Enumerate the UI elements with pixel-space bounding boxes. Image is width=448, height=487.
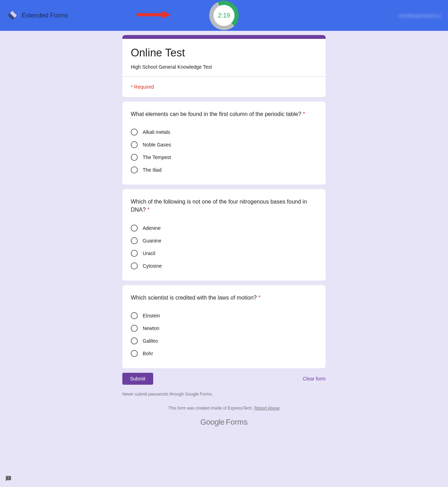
google-forms-logo: GoogleForms (122, 418, 326, 427)
countdown-timer: 2:19 (211, 3, 237, 28)
option-label: Einstein (143, 313, 160, 318)
question-text: What elements can be found in the first … (131, 110, 317, 118)
user-email: user@expresstech.io (398, 13, 441, 18)
report-abuse-link[interactable]: Report Abuse (254, 406, 280, 411)
radio-option[interactable]: Galileo (131, 335, 317, 347)
question-card: What elements can be found in the first … (122, 102, 326, 185)
brand-name: Extended Forms (22, 12, 68, 19)
brand-logo-icon (7, 10, 18, 21)
question-card: Which scientist is credited with the law… (122, 285, 326, 368)
topbar: Extended Forms 2:19 user@expresstech.io (0, 0, 448, 31)
option-label: The Iliad (143, 167, 162, 173)
radio-icon (131, 350, 138, 357)
required-star-icon: * (147, 207, 149, 213)
google-wordmark: Google (201, 418, 225, 426)
form-header-card: Online Test High School General Knowledg… (122, 35, 326, 97)
question-text: Which of the following is not one of the… (131, 198, 317, 214)
radio-icon (131, 166, 138, 173)
brand: Extended Forms (7, 10, 68, 21)
radio-icon (131, 237, 138, 244)
radio-option[interactable]: Uracil (131, 247, 317, 260)
radio-icon (131, 250, 138, 257)
radio-option[interactable]: Guanine (131, 234, 317, 247)
radio-icon (131, 337, 138, 344)
required-label: * Required (131, 84, 154, 90)
radio-option[interactable]: Adenine (131, 222, 317, 234)
radio-option[interactable]: Einstein (131, 309, 317, 322)
radio-option[interactable]: Newton (131, 322, 317, 335)
timer-text: 2:19 (218, 12, 230, 19)
radio-icon (131, 129, 138, 136)
radio-icon (131, 154, 138, 161)
password-warning: Never submit passwords through Google Fo… (122, 392, 326, 397)
option-label: The Tempest (143, 155, 171, 160)
radio-icon (131, 225, 138, 232)
clear-form-link[interactable]: Clear form (303, 376, 326, 382)
radio-icon (131, 262, 138, 269)
option-label: Noble Gases (143, 142, 171, 148)
radio-option[interactable]: Alkali metals (131, 126, 317, 138)
option-label: Adenine (143, 225, 161, 231)
annotation-arrow-icon (136, 11, 171, 20)
feedback-icon[interactable] (5, 475, 12, 482)
question-card: Which of the following is not one of the… (122, 189, 326, 280)
radio-option[interactable]: The Tempest (131, 151, 317, 164)
option-label: Galileo (143, 338, 158, 344)
option-label: Newton (143, 325, 159, 331)
attribution-text: This form was created inside of ExpressT… (168, 406, 254, 411)
option-label: Alkali metals (143, 129, 170, 135)
radio-option[interactable]: Cytosine (131, 260, 317, 272)
form-actions: Submit Clear form (122, 373, 326, 385)
submit-button[interactable]: Submit (122, 373, 153, 385)
attribution: This form was created inside of ExpressT… (122, 406, 326, 411)
radio-option[interactable]: The Iliad (131, 164, 317, 176)
form-title: Online Test (131, 47, 317, 59)
radio-option[interactable]: Bohr (131, 347, 317, 360)
required-star-icon: * (258, 295, 260, 301)
question-text: Which scientist is credited with the law… (131, 294, 317, 302)
form-description: High School General Knowledge Test (131, 64, 317, 76)
option-label: Guanine (143, 238, 161, 244)
radio-icon (131, 141, 138, 148)
radio-icon (131, 325, 138, 332)
radio-icon (131, 312, 138, 319)
svg-marker-3 (162, 11, 171, 19)
form-container: Online Test High School General Knowledg… (122, 35, 326, 427)
option-label: Cytosine (143, 263, 162, 269)
forms-wordmark: Forms (226, 418, 247, 426)
option-label: Bohr (143, 351, 153, 356)
radio-option[interactable]: Noble Gases (131, 138, 317, 151)
required-star-icon: * (303, 111, 305, 117)
option-label: Uracil (143, 251, 155, 256)
